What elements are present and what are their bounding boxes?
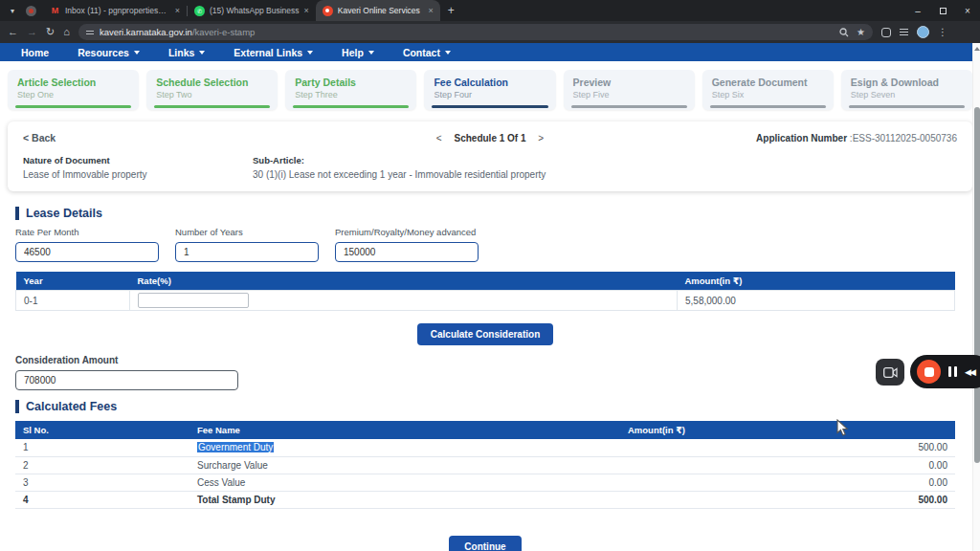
new-tab-button[interactable]: + (448, 4, 455, 17)
step-esign-download[interactable]: Esign & DownloadStep Seven (841, 70, 972, 110)
browser-toolbar: ← → ↻ ⌂ kaveri.karnataka.gov.in/kaveri-e… (0, 21, 980, 43)
gmail-icon: M (50, 6, 60, 16)
step-underline (293, 105, 409, 108)
recording-indicator-icon (26, 6, 36, 16)
application-number-value: :ESS-30112025-0050736 (850, 133, 957, 143)
lease-details-heading: Lease Details (15, 207, 955, 220)
consideration-amount-input[interactable] (15, 370, 238, 390)
year-cell: 0-1 (16, 291, 130, 311)
fee-name-total-stamp-duty: Total Stamp Duty (189, 491, 620, 508)
nav-links[interactable]: Links (168, 47, 205, 58)
calculated-fees-table: Sl No. Fee Name Amount(in ₹) 1 Governmen… (15, 421, 955, 509)
step-underline (571, 105, 687, 108)
sub-article-label: Sub-Article: (253, 155, 546, 165)
tab-search-icon[interactable]: ▾ (6, 7, 19, 15)
fee-calculation-panel: Lease Details Rate Per Month Number of Y… (0, 207, 980, 551)
step-underline (15, 105, 131, 108)
camera-toggle-button[interactable] (876, 359, 904, 386)
schedule-next-icon[interactable]: > (538, 133, 544, 143)
consideration-amount-label: Consideration Amount (15, 355, 955, 365)
forward-icon[interactable]: → (27, 27, 37, 37)
nav-resources[interactable]: Resources (78, 47, 140, 58)
address-bar[interactable]: kaveri.karnataka.gov.in/kaveri-e-stamp ★ (78, 24, 873, 40)
site-navbar: Home Resources Links External Links Help… (0, 43, 980, 61)
step-underline (710, 105, 826, 108)
fee-name-surcharge: Surcharge Value (189, 456, 620, 474)
browser-tab-bar: ▾ M Inbox (11) - pgnproperties@g... × ✆ … (0, 0, 980, 21)
browser-tab-whatsapp[interactable]: ✆ (15) WhatsApp Business × (188, 0, 316, 21)
premium-label: Premium/Royalty/Money advanced (335, 227, 479, 237)
scrollbar-up-icon[interactable] (974, 47, 980, 51)
rate-percent-input[interactable] (138, 293, 249, 308)
reload-icon[interactable]: ↻ (46, 27, 55, 37)
reading-list-icon[interactable] (900, 27, 908, 38)
browser-tab-kaveri-active[interactable]: Kaveri Online Services × (316, 0, 440, 21)
browser-window: ▾ M Inbox (11) - pgnproperties@g... × ✆ … (0, 0, 980, 551)
dropdown-caret-icon (199, 51, 205, 55)
schedule-label: Schedule 1 Of 1 (454, 133, 525, 143)
nav-external-links[interactable]: External Links (234, 47, 313, 58)
amount-cell: 5,58,000.00 (678, 291, 955, 311)
back-icon[interactable]: ← (8, 27, 18, 37)
home-icon[interactable]: ⌂ (63, 27, 70, 37)
stepper: Article SelectionStep One Schedule Selec… (0, 61, 980, 118)
bookmark-star-icon[interactable]: ★ (857, 28, 865, 37)
table-row: 2 Surcharge Value 0.00 (15, 456, 955, 474)
close-tab-icon[interactable]: × (304, 6, 309, 15)
nav-help[interactable]: Help (342, 47, 374, 58)
fees-header-amount: Amount(in ₹) (620, 421, 955, 439)
calculated-fees-heading: Calculated Fees (15, 400, 955, 413)
step-fee-calculation[interactable]: Fee CalculationStep Four (424, 70, 555, 110)
sub-article-value: 30 (1)(i) Lease not exceeding 1 year - I… (253, 169, 546, 180)
number-of-years-label: Number of Years (175, 227, 319, 237)
application-number-label: Application Number (756, 133, 847, 143)
minimize-button[interactable]: – (905, 0, 930, 21)
stop-recording-button[interactable] (917, 360, 941, 384)
rewind-icon[interactable]: ◀◀ (965, 367, 974, 377)
fees-header-name: Fee Name (189, 421, 620, 439)
kaveri-favicon (323, 6, 333, 16)
profile-avatar[interactable] (917, 26, 929, 38)
page-scrollbar[interactable] (972, 43, 980, 551)
zoom-icon[interactable] (839, 28, 849, 37)
step-generate-document[interactable]: Generate DocumentStep Six (702, 70, 834, 110)
number-of-years-input[interactable] (175, 242, 319, 262)
table-row: 1 Government Duty 500.00 (15, 439, 955, 456)
site-info-icon[interactable] (86, 31, 94, 34)
step-underline (432, 105, 547, 108)
dropdown-caret-icon (307, 51, 313, 55)
rate-table: Year Rate(%) Amount(in ₹) 0-1 5,58,000.0… (15, 272, 955, 311)
rate-table-row: 0-1 5,58,000.00 (16, 291, 955, 311)
pause-recording-button[interactable] (948, 366, 957, 377)
rate-table-header-amount: Amount(in ₹) (678, 272, 955, 291)
tab-group-icon[interactable] (881, 28, 891, 37)
close-tab-icon[interactable]: × (175, 6, 180, 15)
url-path: /kaveri-e-stamp (192, 27, 255, 37)
close-window-button[interactable]: × (955, 0, 980, 21)
continue-button[interactable]: Continue (449, 536, 521, 551)
step-underline (849, 105, 965, 108)
nature-of-document-value: Lease of Immovable property (23, 169, 253, 180)
step-party-details[interactable]: Party DetailsStep Three (285, 70, 416, 110)
schedule-prev-icon[interactable]: < (436, 133, 442, 143)
window-controls: – × (905, 0, 980, 21)
step-article-selection[interactable]: Article SelectionStep One (8, 70, 139, 110)
browser-menu-icon[interactable]: ⋮ (938, 27, 947, 37)
close-tab-icon[interactable]: × (429, 6, 434, 15)
heading-accent-bar (15, 207, 19, 220)
scrollbar-thumb[interactable] (974, 107, 980, 463)
tab-title: Inbox (11) - pgnproperties@g... (65, 6, 170, 15)
nav-contact[interactable]: Contact (403, 47, 451, 58)
maximize-button[interactable] (930, 0, 955, 21)
premium-input[interactable] (335, 242, 479, 262)
rate-per-month-input[interactable] (15, 242, 159, 262)
mouse-cursor (836, 419, 851, 438)
browser-tab-gmail[interactable]: M Inbox (11) - pgnproperties@g... × (43, 0, 187, 21)
fee-name-government-duty-selected: Government Duty (197, 442, 274, 452)
tab-title: Kaveri Online Services (338, 6, 424, 15)
step-schedule-selection[interactable]: Schedule SelectionStep Two (146, 70, 278, 110)
calculate-consideration-button[interactable]: Calculate Consideration (417, 323, 553, 345)
fee-name-cess: Cess Value (189, 474, 620, 491)
step-preview[interactable]: PreviewStep Five (564, 70, 695, 110)
nav-home[interactable]: Home (21, 47, 49, 58)
